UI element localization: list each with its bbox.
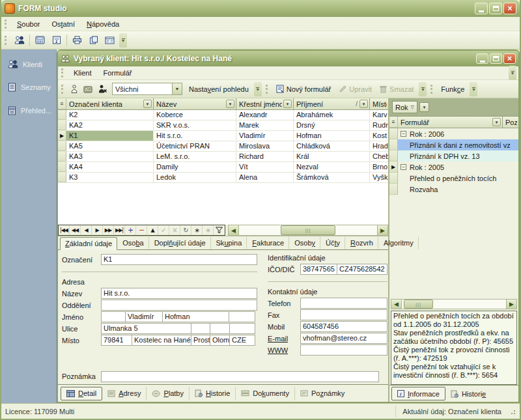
tab-platby[interactable]: Platby [147,387,190,400]
nav-prev-page-button[interactable]: ◀◀ [70,225,81,235]
tab-poznamky[interactable]: Poznámky [295,387,350,400]
menu-soubor[interactable]: Soubor [11,18,46,30]
nav-goto-bookmark-button[interactable]: ∗ [203,225,214,235]
dic-field[interactable]: CZ475628542 [337,264,387,275]
nav-filter-button[interactable] [214,225,225,235]
ulice-cp-field[interactable] [191,323,210,334]
client-minimize-button[interactable] [476,53,488,64]
tab-skupina[interactable]: Skupina [211,236,247,249]
print-button[interactable] [69,33,85,48]
filter-dropdown-icon[interactable]: ▼ [143,100,152,108]
nav-next-button[interactable]: ▶ [92,225,103,235]
nazev-field[interactable]: Hit s.r.o. [101,288,257,299]
chevron-down-icon[interactable]: ▼ [172,83,182,94]
column-chooser-icon[interactable]: ≡ [389,117,398,128]
nav-delete-button[interactable]: − [136,225,147,235]
sidebar-item-prehled[interactable]: Přehled... [1,106,56,115]
form-item-row[interactable]: Rozvaha [389,184,518,195]
filter-dropdown-icon[interactable]: ▼ [283,100,292,108]
sidebar-item-klienti[interactable]: Klienti [1,60,56,68]
toolbar-overflow-button[interactable]: ▼ [419,82,427,96]
column-header-krestni-jmeno[interactable]: Křestní jméno▼ [236,98,294,109]
close-button[interactable]: × [503,3,516,14]
menu-napoveda[interactable]: Nápověda [81,18,125,30]
tab-rozvrh[interactable]: Rozvrh [345,236,378,249]
sidebar-item-seznamy[interactable]: Seznamy [1,83,56,92]
column-chooser-icon[interactable]: ≡ [58,98,66,109]
column-header-misto[interactable]: Místo [370,98,388,109]
client-new-button[interactable] [68,81,81,96]
client-filter-combobox[interactable]: Všichni ▼ [112,83,182,95]
grid-row[interactable]: KA2SKR v.o.s.MarekDrsnýRudr [58,120,388,131]
nav-bookmark-button[interactable]: ∗ [191,225,203,235]
kraj-field[interactable]: Olom [210,335,230,346]
email-link-label[interactable]: E-mail [268,335,300,343]
scrollbar-thumb[interactable]: ||| [281,225,336,235]
toolbar-overflow-button[interactable]: ▼ [119,33,127,48]
mobil-field[interactable]: 604587456 [300,321,387,332]
group-row[interactable]: −Rok : 2006 [389,128,518,139]
toolbar-grip[interactable] [5,20,8,29]
tab-zakladni-udaje[interactable]: Základní údaje [60,237,117,250]
forms-horizontal-scrollbar[interactable]: ◀ ||| ▶ [391,299,517,309]
jmeno-title-field[interactable] [101,311,126,322]
toolbar-grip[interactable] [61,68,64,77]
menu-klient[interactable]: Klient [68,67,98,79]
tab-detail[interactable]: Detail [61,387,102,400]
group-filter-dropdown-icon[interactable]: ▼ [419,102,429,112]
scroll-right-icon[interactable]: ▶ [377,225,387,235]
nav-insert-button[interactable]: + [125,225,136,235]
www-link-label[interactable]: WWW [268,346,300,354]
oznaceni-field[interactable]: K1 [101,254,257,265]
minimize-button[interactable] [475,3,488,14]
telefon-field[interactable] [300,298,387,309]
calculator-button[interactable] [32,33,48,48]
view-settings-button[interactable]: Nastavení pohledu [185,82,253,96]
okres-field[interactable]: Prost [191,335,210,346]
maximize-button[interactable] [489,3,502,14]
misto-field[interactable]: Kostelec na Hané [132,335,191,346]
client-close-button[interactable]: × [503,53,516,64]
tab-osoba[interactable]: Osoba [117,236,148,249]
toolbar-overflow-button[interactable]: ▼ [254,82,262,96]
edit-form-button[interactable]: Upravit [335,82,376,96]
ulice-extra-field[interactable] [229,323,255,334]
group-by-rok-button[interactable]: Rok ▽ [392,101,417,113]
grid-row[interactable]: KA4DamilyVítNezvalBrno [58,162,388,173]
nav-cancel-button[interactable]: × [169,225,180,235]
tab-doplnujici-udaje[interactable]: Doplňující údaje [149,236,211,249]
delete-form-button[interactable]: Smazat [376,82,417,96]
tab-historie[interactable]: Historie [190,387,236,400]
grid-row[interactable]: K3LedokAlenaŠrámkováVyšk [58,173,388,183]
jmeno-suffix-field[interactable] [229,311,255,322]
scrollbar-thumb[interactable]: ||| [404,300,433,309]
client-edit-button[interactable] [81,81,95,96]
nav-refresh-button[interactable]: ↻ [180,225,191,235]
clients-button[interactable] [11,33,27,48]
toolbar-grip[interactable] [430,85,434,94]
nav-next-page-button[interactable]: ▶▶ [103,225,114,235]
scroll-right-icon[interactable]: ▶ [506,300,516,309]
form-item-row[interactable]: Přiznání k DPH vz. 13 [389,150,518,161]
nav-last-button[interactable]: ▶▶| [114,225,125,235]
grid-horizontal-scrollbar[interactable]: ◀ ||| ▶ [228,225,388,236]
ico-field[interactable]: 38747565 [300,264,337,275]
poznamka-field[interactable] [101,371,379,382]
tab-adresy[interactable]: Adresy [102,387,147,400]
filter-dropdown-icon[interactable]: ▼ [492,118,501,126]
tab-informace[interactable]: i Informace [391,387,445,400]
fax-field[interactable] [300,309,387,320]
filter-dropdown-icon[interactable]: ▼ [226,100,234,108]
www-field[interactable] [300,344,387,356]
tab-fakturace[interactable]: Fakturace [247,236,289,249]
column-header-nazev[interactable]: Název▼ [154,98,236,109]
jmeno-first-field[interactable]: Vladimír [125,311,163,322]
toolbar-overflow-button[interactable]: ▼ [470,82,477,96]
tab-algoritmy[interactable]: Algoritmy [378,236,419,249]
scroll-left-icon[interactable]: ◀ [229,225,239,235]
menu-formular[interactable]: Formulář [98,67,138,79]
column-header-formular[interactable]: Formulář▼ [398,117,503,128]
menu-overflow-button[interactable]: ▼ [509,66,516,80]
nav-first-button[interactable]: |◀◀ [59,225,70,235]
menu-ostatni[interactable]: Ostatní [46,18,80,30]
